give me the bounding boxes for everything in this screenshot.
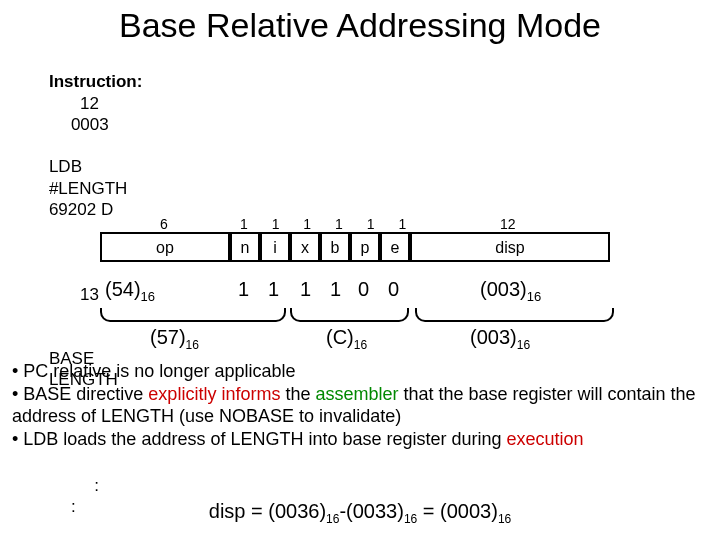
instruction-label: Instruction: [49,71,154,92]
combined-xbpe: (C)16 [326,326,367,352]
bit-i: 1 [268,278,279,301]
bullet-3: • LDB loads the address of LENGTH into b… [12,428,708,451]
field-i: i [260,232,290,262]
brace-icon [290,308,409,322]
disp-formula: disp = (0036)16-(0033)16 = (0003)16 [0,500,720,526]
bit-e: 0 [388,278,399,301]
asm-operand: #LENGTH [49,178,159,199]
bit-x: 1 [300,278,311,301]
field-e: e [380,232,410,262]
disp-value: (003)16 [480,278,541,304]
asm-opcode: LDB [49,156,109,177]
field-x: x [290,232,320,262]
bit-b: 1 [330,278,341,301]
asm-line: 12 [49,93,99,114]
slide-title: Base Relative Addressing Mode [0,0,720,45]
field-width-flags: 1 1 1 1 1 1 [240,216,416,232]
bit-n: 1 [238,278,249,301]
brace-icon [415,308,614,322]
bit-value-row: (54)16 1 1 1 1 0 0 (003)16 [100,278,620,306]
asm-addr: 0003 [71,114,131,135]
field-n: n [230,232,260,262]
bullet-1: • PC relative is no longer applicable [12,360,708,383]
field-p: p [350,232,380,262]
field-width-op: 6 [160,216,168,232]
field-b: b [320,232,350,262]
brace-icon [100,308,286,322]
combined-disp: (003)16 [470,326,530,352]
field-op: op [100,232,230,262]
asm-line: 13 [49,284,99,305]
bit-p: 0 [358,278,369,301]
field-width-disp: 12 [500,216,516,232]
combined-op-ni: (57)16 [150,326,199,352]
bullet-2: • BASE directive explicitly informs the … [12,383,708,428]
notes: • PC relative is no longer applicable • … [12,360,708,450]
field-disp: disp [410,232,610,262]
op-value: (54)16 [105,278,155,304]
asm-line: : [49,475,99,496]
instruction-format-diagram: 6 1 1 1 1 1 1 12 op n i x b p e disp (54… [100,216,620,306]
